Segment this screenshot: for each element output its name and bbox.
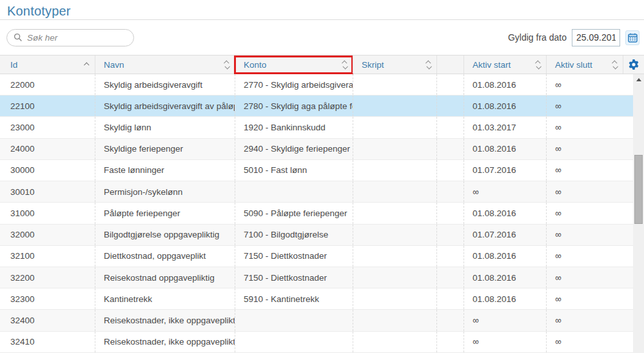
cell-id: 22000 bbox=[0, 74, 95, 95]
cell-skript bbox=[353, 203, 436, 223]
cell-konto: 2940 - Skyldige feriepenger bbox=[235, 139, 353, 159]
cell-navn: Reisekostnad oppgavepliktig bbox=[95, 267, 235, 288]
cell-konto: 2770 - Skyldig arbeidsgiverav... bbox=[235, 74, 353, 95]
cell-skript bbox=[353, 160, 436, 181]
cell-id: 32410 bbox=[0, 332, 95, 352]
table-row[interactable]: 32100Diettkostnad, oppgaveplikt7150 - Di… bbox=[0, 246, 633, 267]
cell-id: 30000 bbox=[0, 160, 95, 181]
cell-aktiv-slutt: ∞ bbox=[546, 117, 633, 137]
cell-konto: 5090 - Påløpte feriepenger bbox=[235, 203, 353, 223]
table-row[interactable]: 30010Permisjon-/sykelønn∞∞ bbox=[0, 181, 633, 203]
scrollbar-thumb[interactable] bbox=[634, 155, 643, 224]
table-row[interactable]: 32400Reisekostnader, ikke oppgavepliktig… bbox=[0, 310, 633, 331]
triangle-up-icon bbox=[636, 78, 641, 81]
table-row[interactable]: 23000Skyldig lønn1920 - Bankinnskudd01.0… bbox=[0, 117, 633, 138]
valid-from-date-group: Gyldig fra dato bbox=[508, 29, 639, 46]
search-box[interactable] bbox=[6, 29, 134, 46]
cell-skript bbox=[353, 246, 436, 267]
table-row[interactable]: 22100Skyldig arbeidsgiveravgift av påløp… bbox=[0, 96, 633, 117]
column-header-navn[interactable]: Navn bbox=[95, 55, 235, 74]
scroll-up-button[interactable] bbox=[633, 74, 644, 85]
table-row[interactable]: 32200Reisekostnad oppgavepliktig7150 - D… bbox=[0, 267, 633, 288]
valid-from-date-label: Gyldig fra dato bbox=[508, 32, 567, 43]
cell-aktiv-slutt: ∞ bbox=[546, 225, 633, 245]
column-label: Navn bbox=[104, 60, 124, 70]
sort-icon bbox=[427, 61, 431, 69]
cell-konto: 1920 - Bankinnskudd bbox=[235, 117, 353, 137]
cell-konto bbox=[235, 310, 353, 330]
cell-navn: Diettkostnad, oppgaveplikt bbox=[95, 246, 235, 267]
cell-aktiv-start: 01.08.2016 bbox=[463, 139, 546, 159]
table-row[interactable]: 32300Kantinetrekk5910 - Kantinetrekk01.0… bbox=[0, 288, 633, 310]
table-row[interactable]: 30000Faste lønninger5010 - Fast lønn01.0… bbox=[0, 160, 633, 181]
cell-aktiv-start: 01.07.2016 bbox=[463, 160, 546, 181]
table-row[interactable]: 22000Skyldig arbeidsgiveravgift2770 - Sk… bbox=[0, 74, 633, 96]
column-header-skript[interactable]: Skript bbox=[353, 55, 436, 74]
cell-aktiv-start: 01.08.2016 bbox=[463, 203, 546, 223]
sort-icon bbox=[343, 61, 347, 69]
cell-spacer bbox=[436, 203, 463, 223]
table-row[interactable]: 32000Bilgodtgjørelse oppgavepliktig7100 … bbox=[0, 225, 633, 246]
kontotyper-page: Kontotyper Gyldig fra dato bbox=[0, 0, 644, 353]
table-row[interactable]: 31000Påløpte feriepenger5090 - Påløpte f… bbox=[0, 203, 633, 224]
cell-spacer bbox=[436, 288, 463, 309]
column-header-spacer bbox=[436, 55, 463, 74]
cell-navn: Permisjon-/sykelønn bbox=[95, 181, 235, 202]
column-label: Aktiv start bbox=[473, 60, 511, 70]
cell-navn: Bilgodtgjørelse oppgavepliktig bbox=[95, 225, 235, 245]
cell-skript bbox=[353, 225, 436, 245]
cell-konto: 5910 - Kantinetrekk bbox=[235, 288, 353, 309]
cell-aktiv-start: 01.08.2016 bbox=[463, 288, 546, 309]
cell-skript bbox=[353, 117, 436, 137]
cell-aktiv-slutt: ∞ bbox=[546, 310, 633, 330]
cell-aktiv-start: ∞ bbox=[463, 181, 546, 202]
cell-aktiv-slutt: ∞ bbox=[546, 74, 633, 95]
cell-aktiv-slutt: ∞ bbox=[546, 332, 633, 352]
valid-from-date-input[interactable] bbox=[572, 29, 620, 46]
cell-konto bbox=[235, 181, 353, 202]
table-row[interactable]: 24000Skyldige feriepenger2940 - Skyldige… bbox=[0, 139, 633, 160]
cell-konto: 7100 - Bilgodtgjørelse bbox=[235, 225, 353, 245]
column-header-aktiv-start[interactable]: Aktiv start bbox=[463, 55, 546, 74]
cell-aktiv-start: ∞ bbox=[463, 310, 546, 330]
cell-aktiv-slutt: ∞ bbox=[546, 96, 633, 116]
table-header: Id Navn Konto Skript Aktiv start Aktiv s… bbox=[0, 55, 644, 74]
cell-spacer bbox=[436, 160, 463, 181]
table-row[interactable]: 32410Reisekostnader, ikke oppgavepliktig… bbox=[0, 332, 633, 353]
cell-konto: 5010 - Fast lønn bbox=[235, 160, 353, 181]
cell-aktiv-slutt: ∞ bbox=[546, 160, 633, 181]
cell-aktiv-start: 01.08.2016 bbox=[463, 74, 546, 95]
column-header-id[interactable]: Id bbox=[0, 55, 95, 74]
cell-navn: Skyldig arbeidsgiveravgift bbox=[95, 74, 235, 95]
column-label: Skript bbox=[362, 60, 384, 70]
page-title: Kontotyper bbox=[7, 4, 71, 18]
column-header-konto[interactable]: Konto bbox=[235, 55, 353, 74]
search-input[interactable] bbox=[27, 33, 117, 43]
cell-konto: 7150 - Diettkostnader bbox=[235, 267, 353, 288]
cell-spacer bbox=[436, 74, 463, 95]
cell-id: 32300 bbox=[0, 288, 95, 309]
cell-id: 32200 bbox=[0, 267, 95, 288]
cell-navn: Faste lønninger bbox=[95, 160, 235, 181]
cell-skript bbox=[353, 74, 436, 95]
calendar-button[interactable] bbox=[625, 30, 639, 45]
cell-id: 22100 bbox=[0, 96, 95, 116]
cell-skript bbox=[353, 181, 436, 202]
cell-spacer bbox=[436, 139, 463, 159]
gear-icon bbox=[629, 59, 639, 70]
vertical-scrollbar[interactable] bbox=[633, 74, 644, 353]
column-label: Id bbox=[10, 60, 17, 70]
column-header-aktiv-slutt[interactable]: Aktiv slutt bbox=[546, 55, 623, 74]
column-settings-button[interactable] bbox=[623, 55, 644, 74]
cell-skript bbox=[353, 332, 436, 352]
cell-id: 23000 bbox=[0, 117, 95, 137]
cell-aktiv-start: ∞ bbox=[463, 332, 546, 352]
cell-navn: Skyldige feriepenger bbox=[95, 139, 235, 159]
cell-navn: Skyldig arbeidsgiveravgift av påløpt... bbox=[95, 96, 235, 116]
cell-aktiv-start: 01.03.2017 bbox=[463, 117, 546, 137]
sort-icon bbox=[225, 61, 229, 69]
toolbar: Gyldig fra dato bbox=[0, 20, 644, 55]
sort-icon bbox=[536, 61, 540, 69]
cell-aktiv-slutt: ∞ bbox=[546, 267, 633, 288]
cell-skript bbox=[353, 288, 436, 309]
